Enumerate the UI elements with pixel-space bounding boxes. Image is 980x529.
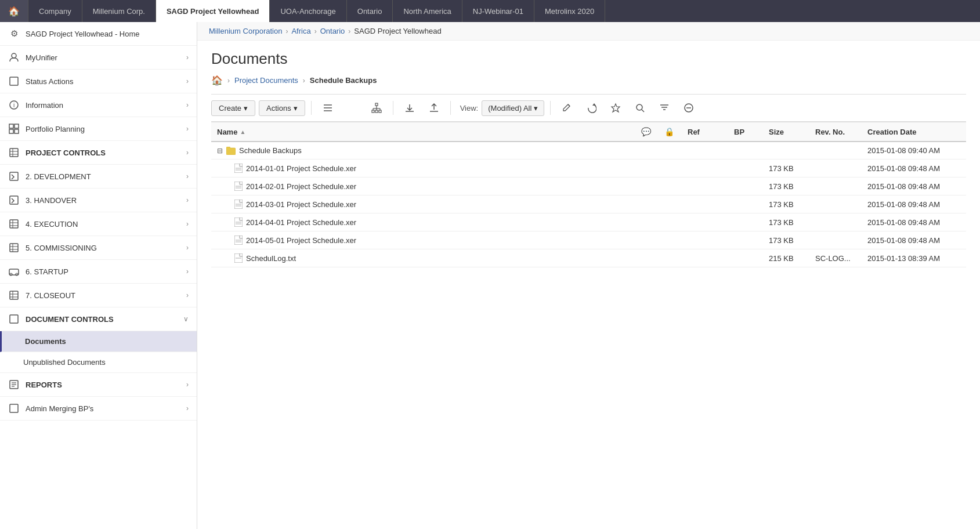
nav-millenium-label: Millenium Corp.	[93, 7, 145, 16]
sidebar-item-commissioning[interactable]: 5. COMMISSIONING ›	[0, 236, 197, 260]
nav-sagd-label: SAGD Project Yellowhead	[167, 7, 259, 16]
sidebar-item-development[interactable]: 2. DEVELOPMENT ›	[0, 165, 197, 189]
project-controls-label: PROJECT CONTROLS	[26, 148, 180, 157]
folder-expand-btn[interactable]: ⊟	[217, 147, 223, 155]
svg-line-57	[642, 110, 644, 112]
th-creation-date[interactable]: Creation Date	[862, 122, 966, 142]
nav-uoa-label: UOA-Anchorage	[280, 7, 335, 16]
breadcrumb-ontario[interactable]: Ontario	[320, 27, 345, 35]
table-row[interactable]: 2014-02-01 Project Schedule.xer 173 KB 2…	[211, 177, 966, 195]
sidebar-item-project-controls[interactable]: PROJECT CONTROLS ›	[0, 141, 197, 165]
th-lock[interactable]: 🔒	[659, 122, 682, 142]
actions-label: Actions	[266, 104, 291, 113]
sidebar-item-document-controls[interactable]: DOCUMENT CONTROLS ∨	[0, 307, 197, 331]
nav-north-america-label: North America	[403, 7, 451, 16]
admin-merging-label: Admin Merging BP's	[26, 404, 180, 413]
breadcrumb-africa[interactable]: Africa	[291, 27, 310, 35]
closeout-icon	[8, 289, 20, 301]
sidebar-item-documents[interactable]: Documents	[0, 331, 197, 352]
file-bp	[728, 249, 763, 267]
sidebar-item-portfolio-planning[interactable]: Portfolio Planning ›	[0, 117, 197, 141]
sidebar-project-header[interactable]: ⚙ SAGD Project Yellowhead - Home	[0, 22, 197, 46]
handover-icon	[8, 194, 20, 206]
filter-button[interactable]	[654, 99, 675, 117]
grid-view-button[interactable]	[342, 99, 363, 117]
nav-metrolinx[interactable]: Metrolinx 2020	[534, 0, 605, 22]
th-bp[interactable]: BP	[728, 122, 763, 142]
view-select-chevron: ▾	[534, 104, 538, 113]
nav-home[interactable]: 🏠	[0, 0, 28, 22]
svg-rect-40	[348, 108, 352, 112]
closeout-chevron: ›	[186, 291, 189, 299]
th-name[interactable]: Name ▲	[211, 122, 635, 142]
th-comment[interactable]: 💬	[635, 122, 659, 142]
file-rev-no	[809, 231, 862, 249]
download-button[interactable]	[399, 99, 420, 117]
svg-point-0	[12, 53, 16, 58]
svg-rect-39	[353, 104, 356, 107]
document-breadcrumb: 🏠 › Project Documents › Schedule Backups	[211, 75, 966, 86]
sidebar-item-status-actions[interactable]: Status Actions ›	[0, 70, 197, 93]
information-icon: i	[8, 99, 20, 111]
nav-nj-webinar[interactable]: NJ-Webinar-01	[462, 0, 534, 22]
project-controls-chevron: ›	[186, 148, 189, 157]
create-button[interactable]: Create ▾	[211, 100, 255, 116]
edit-button[interactable]	[556, 99, 577, 117]
hierarchy-view-button[interactable]	[366, 99, 387, 117]
table-row[interactable]: ⊟ Schedule Backups 2015-01-08 09:40 AM	[211, 142, 966, 160]
sidebar-item-myunifier[interactable]: MyUnifier ›	[0, 46, 197, 70]
th-size[interactable]: Size	[763, 122, 809, 142]
file-size: 215 KB	[763, 249, 809, 267]
file-bp	[728, 160, 763, 177]
upload-button[interactable]	[424, 99, 444, 117]
myunifier-icon	[8, 52, 20, 63]
toolbar-sep-2	[393, 101, 393, 115]
table-row[interactable]: 2014-03-01 Project Schedule.xer 173 KB 2…	[211, 195, 966, 213]
startup-icon	[8, 266, 20, 277]
file-name: 2014-03-01 Project Schedule.xer	[246, 200, 356, 209]
breadcrumb-millenium[interactable]: Millenium Corporation	[209, 27, 282, 35]
sidebar-item-reports[interactable]: REPORTS ›	[0, 373, 197, 397]
sidebar-item-startup[interactable]: 6. STARTUP ›	[0, 260, 197, 284]
table-row[interactable]: SchedulLog.txt 215 KB SC-LOG... 2015-01-…	[211, 249, 966, 267]
file-rev-no	[809, 177, 862, 195]
table-row[interactable]: 2014-01-01 Project Schedule.xer 173 KB 2…	[211, 160, 966, 177]
star-button[interactable]	[605, 99, 626, 117]
actions-button[interactable]: Actions ▾	[259, 100, 305, 116]
search-button[interactable]	[630, 99, 650, 117]
view-select[interactable]: (Modified) All ▾	[482, 100, 544, 116]
nav-uoa[interactable]: UOA-Anchorage	[270, 0, 346, 22]
nav-sagd[interactable]: SAGD Project Yellowhead	[156, 0, 270, 22]
nav-north-america[interactable]: North America	[393, 0, 462, 22]
refresh-button[interactable]	[581, 99, 602, 117]
sidebar-item-execution[interactable]: 4. EXECUTION ›	[0, 212, 197, 236]
doc-breadcrumb-project-documents[interactable]: Project Documents	[234, 76, 298, 85]
upload-icon	[429, 103, 439, 113]
sidebar-item-admin-merging[interactable]: Admin Merging BP's ›	[0, 397, 197, 421]
list-view-button[interactable]	[317, 99, 338, 117]
table-row[interactable]: 2014-04-01 Project Schedule.xer 173 KB 2…	[211, 213, 966, 231]
minus-button[interactable]	[678, 99, 699, 117]
execution-icon	[8, 218, 20, 230]
sidebar-item-handover[interactable]: 3. HANDOVER ›	[0, 189, 197, 212]
doc-breadcrumb-home-icon[interactable]: 🏠	[211, 75, 223, 86]
nav-ontario[interactable]: Ontario	[347, 0, 393, 22]
sidebar-item-closeout[interactable]: 7. CLOSEOUT ›	[0, 284, 197, 307]
commissioning-label: 5. COMMISSIONING	[26, 244, 180, 252]
list-icon	[323, 103, 333, 113]
th-rev-no[interactable]: Rev. No.	[809, 122, 862, 142]
create-label: Create	[219, 104, 241, 113]
home-icon: 🏠	[8, 6, 20, 17]
file-rev-no	[809, 160, 862, 177]
toolbar-sep-1	[311, 101, 312, 115]
svg-rect-45	[379, 110, 381, 113]
table-row[interactable]: 2014-05-01 Project Schedule.xer 173 KB 2…	[211, 231, 966, 249]
information-chevron: ›	[186, 101, 189, 109]
nav-company[interactable]: Company	[28, 0, 82, 22]
pencil-icon	[562, 103, 572, 113]
nav-millenium[interactable]: Millenium Corp.	[82, 0, 156, 22]
sidebar-item-information[interactable]: i Information ›	[0, 93, 197, 117]
file-ref	[682, 195, 728, 213]
sidebar-item-unpublished-documents[interactable]: Unpublished Documents	[0, 352, 197, 373]
th-ref[interactable]: Ref	[682, 122, 728, 142]
